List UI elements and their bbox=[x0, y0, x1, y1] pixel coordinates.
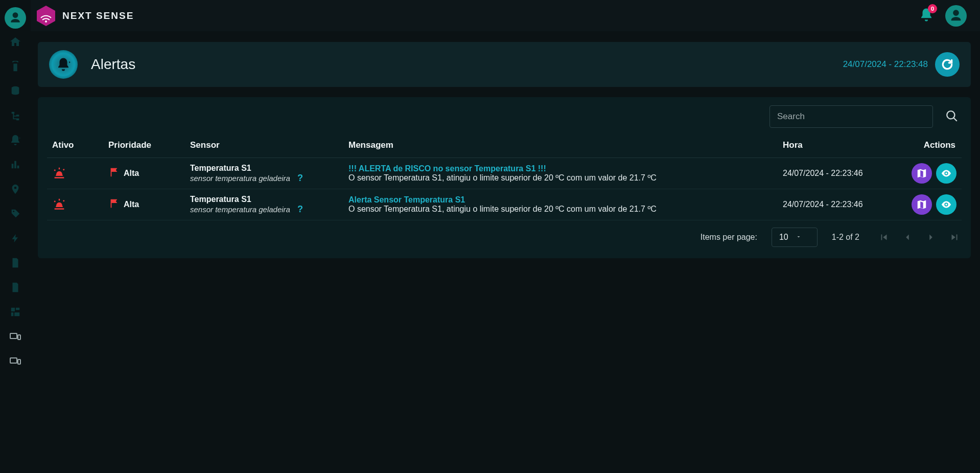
map-action-button[interactable] bbox=[912, 194, 932, 215]
logo-icon bbox=[35, 5, 57, 27]
dashboard-icon bbox=[10, 306, 21, 318]
refresh-button[interactable] bbox=[935, 52, 960, 77]
devices-icon bbox=[9, 355, 21, 367]
pin-icon bbox=[10, 184, 21, 195]
svg-rect-4 bbox=[18, 359, 20, 364]
message-title: Alerta Sensor Temperatura S1 bbox=[348, 195, 773, 205]
svg-rect-3 bbox=[10, 358, 17, 363]
sidebar-item-devices[interactable] bbox=[4, 325, 27, 348]
sidebar-item-location[interactable] bbox=[4, 178, 27, 200]
search-icon bbox=[945, 109, 959, 123]
time-cell: 24/07/2024 - 22:23:46 bbox=[778, 189, 895, 220]
search-button[interactable] bbox=[942, 106, 962, 127]
items-per-page-label: Items per page: bbox=[701, 233, 757, 242]
page-header-icon bbox=[49, 50, 78, 79]
remote-icon bbox=[10, 61, 21, 72]
items-per-page-value: 10 bbox=[779, 233, 788, 242]
help-button[interactable]: ? bbox=[297, 204, 303, 215]
map-icon bbox=[916, 168, 927, 179]
devices-icon bbox=[9, 330, 21, 343]
svg-point-6 bbox=[45, 20, 47, 22]
first-page-icon bbox=[878, 232, 890, 243]
flag-icon bbox=[108, 198, 120, 211]
last-page-button[interactable] bbox=[947, 230, 962, 244]
sidebar-item-report[interactable] bbox=[4, 252, 27, 274]
sidebar-item-home[interactable] bbox=[4, 31, 27, 53]
chevron-right-icon bbox=[925, 232, 937, 243]
sidebar-item-devices-2[interactable] bbox=[4, 350, 27, 372]
file-icon bbox=[10, 282, 21, 293]
bell-alert-icon bbox=[9, 134, 21, 146]
sidebar-item-analytics[interactable] bbox=[4, 153, 27, 176]
eye-icon bbox=[941, 199, 952, 210]
sensor-name: Temperatura S1 bbox=[190, 164, 338, 173]
table-row: Alta Temperatura S1 sensor temperatura g… bbox=[47, 189, 962, 220]
svg-rect-1 bbox=[10, 333, 17, 339]
next-page-button[interactable] bbox=[924, 230, 938, 244]
alerts-panel: Ativo Prioridade Sensor Mensagem Hora Ac… bbox=[38, 97, 971, 258]
notification-count-badge: 0 bbox=[928, 4, 937, 13]
sidebar-avatar[interactable] bbox=[5, 7, 26, 29]
col-actions[interactable]: Actions bbox=[895, 133, 962, 158]
sensor-name: Temperatura S1 bbox=[190, 195, 338, 204]
user-icon bbox=[9, 11, 22, 25]
col-mensagem[interactable]: Mensagem bbox=[343, 133, 778, 158]
sidebar-item-database[interactable] bbox=[4, 80, 27, 102]
sensor-subtitle: sensor temperatura geladeira bbox=[190, 174, 290, 183]
sidebar-item-alerts[interactable] bbox=[4, 129, 27, 151]
alerts-table: Ativo Prioridade Sensor Mensagem Hora Ac… bbox=[47, 133, 962, 220]
message-body: O sensor Temperatura S1, atingiu o limit… bbox=[348, 205, 773, 214]
alarm-icon bbox=[52, 172, 66, 181]
sensor-subtitle: sensor temperatura geladeira bbox=[190, 205, 290, 214]
col-prioridade[interactable]: Prioridade bbox=[103, 133, 185, 158]
sidebar-item-remote[interactable] bbox=[4, 55, 27, 78]
page-title: Alertas bbox=[91, 56, 135, 73]
chevron-left-icon bbox=[902, 232, 913, 243]
brand-name: NEXT SENSE bbox=[62, 10, 134, 21]
sidebar-item-tree[interactable] bbox=[4, 104, 27, 127]
eye-icon bbox=[941, 168, 952, 179]
topbar: NEXT SENSE 0 bbox=[31, 0, 980, 32]
alarm-icon bbox=[52, 204, 66, 212]
home-icon bbox=[9, 36, 21, 48]
sidebar-item-dashboard[interactable] bbox=[4, 301, 27, 323]
col-hora[interactable]: Hora bbox=[778, 133, 895, 158]
bell-alert-icon bbox=[56, 57, 71, 72]
sidebar-item-energy[interactable] bbox=[4, 227, 27, 250]
col-sensor[interactable]: Sensor bbox=[185, 133, 343, 158]
first-page-button[interactable] bbox=[877, 230, 891, 244]
help-button[interactable]: ? bbox=[297, 173, 303, 184]
header-timestamp: 24/07/2024 - 22:23:48 bbox=[843, 59, 928, 70]
search-input[interactable] bbox=[769, 105, 933, 128]
chevron-down-icon bbox=[796, 233, 802, 242]
bar-chart-icon bbox=[10, 159, 21, 170]
map-icon bbox=[916, 199, 927, 210]
view-action-button[interactable] bbox=[936, 163, 956, 184]
view-action-button[interactable] bbox=[936, 194, 956, 215]
user-menu-avatar[interactable] bbox=[945, 5, 967, 27]
items-per-page-select[interactable]: 10 bbox=[772, 228, 818, 247]
brand-logo[interactable]: NEXT SENSE bbox=[35, 5, 134, 27]
time-cell: 24/07/2024 - 22:23:46 bbox=[778, 158, 895, 189]
col-ativo[interactable]: Ativo bbox=[47, 133, 103, 158]
tag-icon bbox=[10, 208, 21, 219]
page-header: Alertas 24/07/2024 - 22:23:48 bbox=[38, 42, 971, 87]
report-file-icon bbox=[10, 257, 21, 268]
table-row: Alta Temperatura S1 sensor temperatura g… bbox=[47, 158, 962, 189]
flag-icon bbox=[108, 167, 120, 180]
refresh-icon bbox=[941, 58, 954, 71]
sidebar bbox=[0, 0, 31, 473]
sidebar-item-tags[interactable] bbox=[4, 202, 27, 225]
map-action-button[interactable] bbox=[912, 163, 932, 184]
prev-page-button[interactable] bbox=[900, 230, 915, 244]
priority-label: Alta bbox=[124, 200, 139, 209]
notifications-button[interactable]: 0 bbox=[919, 7, 934, 25]
sidebar-item-file[interactable] bbox=[4, 276, 27, 299]
message-title: !!! ALERTA de RISCO no sensor Temperatur… bbox=[348, 164, 773, 173]
user-icon bbox=[949, 9, 963, 23]
pagination-range: 1-2 of 2 bbox=[832, 233, 859, 242]
tree-icon bbox=[10, 110, 21, 121]
priority-label: Alta bbox=[124, 169, 139, 178]
last-page-icon bbox=[949, 232, 960, 243]
message-body: O sensor Temperatura S1, atingiu o limit… bbox=[348, 173, 773, 183]
